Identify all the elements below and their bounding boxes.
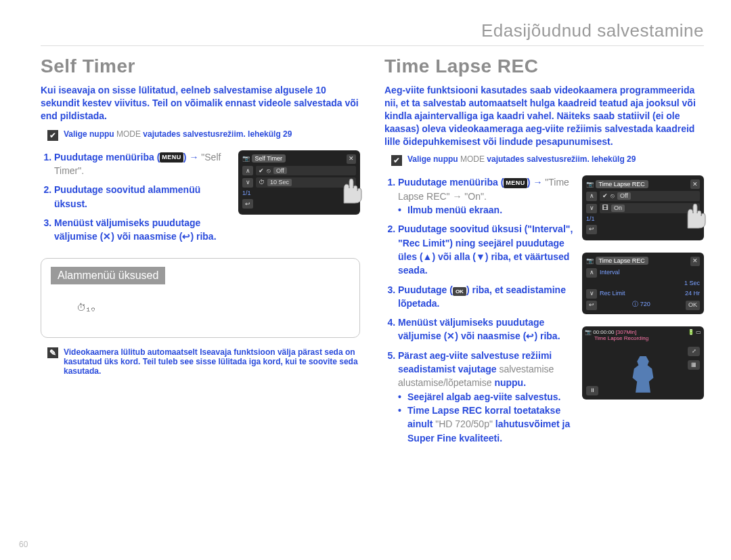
zoom-icon: ⤢ xyxy=(688,347,700,356)
right-step-2: Puudutage soovitud üksusi ("Interval", "… xyxy=(398,222,574,277)
section-header: Edasijõudnud salvestamine xyxy=(41,20,704,46)
left-step-3: Menüüst väljumiseks puudutage väljumise … xyxy=(54,216,230,244)
cam3-remain: [307Min] xyxy=(616,329,637,335)
close-icon: ✕ xyxy=(347,154,356,164)
right-lead: Aeg-viite funktsiooni kasutades saab vid… xyxy=(384,84,704,148)
left-step-1a: Puudutage menüüriba xyxy=(54,152,157,163)
left-lead: Kui iseavaja on sisse lülitatud, eelneb … xyxy=(41,84,360,123)
close-icon: ✕ xyxy=(690,257,700,266)
right-step-3a: Puudutage ( xyxy=(398,284,453,295)
left-footnote-text: Videokaamera lülitub automaatselt Iseava… xyxy=(64,347,360,376)
right-title: Time Lapse REC xyxy=(384,56,704,77)
cam-opt-off: Off xyxy=(273,167,287,175)
right-step-1c: Ilmub menüü ekraan. xyxy=(398,203,574,217)
right-precheck-mode: MODE xyxy=(460,154,485,164)
cam2-title: Time Lapse REC xyxy=(596,257,648,265)
page-number: 60 xyxy=(19,540,28,549)
left-step-2: Puudutage soovitud alammenüü üksust. xyxy=(54,183,230,211)
cam2-rec-val: 24 Hr xyxy=(685,290,700,297)
timelapse-menu-screenshot-1: 📷 Time Lapse REC✕ ∧✔⦸Off ∨🎞On 1/1 ↩ xyxy=(582,175,704,240)
cam1-title: Time Lapse REC xyxy=(596,180,648,188)
cam-page: 1/1 xyxy=(242,190,251,197)
right-precheck-suffix: vajutades salvestusrežiim. lehekülg 29 xyxy=(485,154,636,164)
right-step-5c: nuppu. xyxy=(492,377,527,388)
cam3-time: 00:00:00 xyxy=(593,329,614,335)
back-icon: ↩ xyxy=(586,225,597,234)
precheck-prefix: Valige nuppu xyxy=(64,129,116,139)
left-precheck-note: ✔ Valige nuppu MODE vajutades salvestusr… xyxy=(47,129,360,141)
cam-title: Self Timer xyxy=(252,154,286,163)
right-step-1: Puudutage menüüriba (MENU) → "Time Lapse… xyxy=(398,175,574,217)
timer-10-icon: ⏱₁₀ xyxy=(51,302,350,313)
menu-badge: MENU xyxy=(504,178,527,188)
right-step-5e: Time Lapse REC korral toetatakse ainult … xyxy=(398,404,574,445)
cam1-off: Off xyxy=(617,192,631,200)
left-step-1: Puudutage menüüriba (MENU) → "Self Timer… xyxy=(54,150,230,178)
down-arrow-icon: ∨ xyxy=(586,204,597,213)
subitems-header: Alammenüü üksused xyxy=(51,267,165,284)
cam1-page: 1/1 xyxy=(586,215,595,223)
check-icon: ✔ xyxy=(47,130,58,141)
close-icon: ✕ xyxy=(690,179,700,189)
right-step-5d: Seejärel algab aeg-viite salvestus. xyxy=(398,390,574,404)
grid-icon: ▦ xyxy=(688,360,700,370)
up-arrow-icon: ∧ xyxy=(586,268,597,278)
cam-opt-10: 10 Sec xyxy=(267,179,292,186)
up-arrow-icon: ∧ xyxy=(586,192,597,201)
cam3-label: Time Lapse Recording xyxy=(594,335,701,341)
timelapse-live-screenshot: 📷 00:00:00 [307Min] 🔋 ▭ Time Lapse Recor… xyxy=(582,326,704,400)
right-step-1a: Puudutage menüüriba xyxy=(398,177,501,188)
right-precheck-prefix: Valige nuppu xyxy=(407,154,460,164)
left-footnote: ✎ Videokaamera lülitub automaatselt Isea… xyxy=(47,347,360,376)
subject-silhouette xyxy=(628,356,658,393)
left-steps: Puudutage menüüriba (MENU) → "Self Timer… xyxy=(41,150,230,244)
note-icon: ✎ xyxy=(47,347,58,358)
self-timer-menu-screenshot: 📷 Self Timer ✕ ∧✔⦸Off ∨⏱10 Sec 1/1 ↩ xyxy=(238,150,360,215)
right-step-3: Puudutage (OK) riba, et seadistamine lõp… xyxy=(398,283,574,311)
down-arrow-icon: ∨ xyxy=(586,289,597,299)
back-icon: ↩ xyxy=(586,301,597,310)
subitems-box: Alammenüü üksused ⏱₁₀ xyxy=(41,258,360,338)
right-steps: Puudutage menüüriba (MENU) → "Time Lapse… xyxy=(384,175,574,444)
precheck-suffix: vajutades salvestusrežiim. lehekülg 29 xyxy=(141,129,292,139)
pause-icon: ⏸ xyxy=(586,386,598,395)
up-arrow-icon: ∧ xyxy=(242,166,253,175)
ok-icon: OK xyxy=(453,287,466,297)
down-arrow-icon: ∨ xyxy=(242,178,253,188)
left-title: Self Timer xyxy=(41,56,360,77)
cam2-interval-label: Interval xyxy=(600,269,620,276)
right-column: Time Lapse REC Aeg-viite funktsiooni kas… xyxy=(384,56,704,454)
right-precheck-note: ✔ Valige nuppu MODE vajutades salvestusr… xyxy=(391,154,704,166)
cam1-on: On xyxy=(611,204,625,212)
check-icon: ✔ xyxy=(391,155,402,166)
right-step-5: Pärast aeg-viite salvestuse režiimi sead… xyxy=(398,349,574,445)
cam2-interval-val: 1 Sec xyxy=(684,280,700,287)
precheck-mode: MODE xyxy=(116,129,141,139)
left-column: Self Timer Kui iseavaja on sisse lülitat… xyxy=(41,56,360,454)
cam2-res: ⓘ 720 xyxy=(632,301,650,310)
back-icon: ↩ xyxy=(242,199,253,209)
ok-button: OK xyxy=(686,301,700,310)
cam2-rec-label: Rec Limit xyxy=(600,290,625,297)
right-step-4: Menüüst väljumiseks puudutage väljumise … xyxy=(398,316,574,343)
two-column-layout: Self Timer Kui iseavaja on sisse lülitat… xyxy=(41,56,704,454)
timelapse-menu-screenshot-2: 📷 Time Lapse REC✕ ∧Interval 1 Sec ∨Rec L… xyxy=(582,253,704,314)
menu-badge: MENU xyxy=(160,152,183,163)
